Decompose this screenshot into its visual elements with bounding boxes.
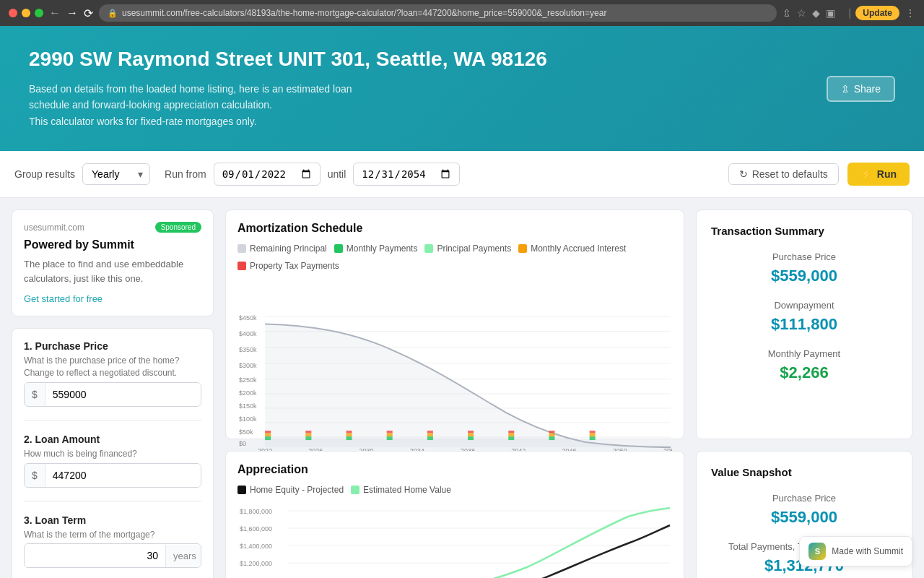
monthly-payment-summary-value: $2,266 [711, 363, 897, 382]
purchase-price-prefix: $ [25, 383, 45, 406]
back-button[interactable]: ← [49, 7, 61, 20]
star-icon[interactable]: ☆ [797, 7, 806, 19]
browser-nav: ← → ⟳ [49, 7, 93, 20]
svg-rect-31 [427, 436, 433, 440]
run-from-input[interactable] [214, 163, 321, 186]
loan-amount-label: 2. Loan Amount [24, 434, 201, 445]
lock-icon: 🔒 [108, 9, 118, 18]
get-started-link[interactable]: Get started for free [24, 293, 103, 304]
browser-actions: ⇫ ☆ ◆ ▣ ⎹ Update ⋮ [783, 6, 915, 20]
svg-rect-33 [427, 431, 433, 433]
reset-button[interactable]: ↻ Reset to defaults [728, 163, 839, 185]
property-tax-label: Property Tax Payments [250, 261, 339, 271]
amortization-chart-card: Amortization Schedule Remaining Principa… [225, 210, 684, 439]
run-label: Run [877, 168, 897, 180]
controls-bar: Group results Yearly Monthly Run from un… [0, 151, 924, 198]
svg-rect-26 [346, 433, 352, 436]
svg-rect-34 [468, 436, 474, 440]
svg-rect-45 [590, 431, 596, 433]
sponsored-badge: Sponsored [155, 222, 201, 233]
svg-rect-43 [590, 436, 596, 440]
made-with-summit: S Made with Summit [799, 536, 912, 566]
property-title: 2990 SW Raymond Street UNIT 301, Seattle… [29, 48, 547, 71]
property-tax-dot [237, 262, 246, 270]
loan-amount-desc: How much is being financed? [24, 448, 201, 460]
reset-label: Reset to defaults [752, 168, 828, 180]
purchase-price-field: 1. Purchase Price What is the purchase p… [24, 340, 201, 407]
loan-term-desc: What is the term of the mortgage? [24, 529, 201, 541]
extension-icon[interactable]: ◆ [812, 7, 820, 19]
svg-rect-23 [305, 433, 311, 436]
appreciation-legend: Home Equity - Projected Estimated Home V… [237, 485, 672, 495]
maximize-dot[interactable] [35, 9, 43, 17]
summit-icon: S [808, 543, 826, 560]
top-row: Amortization Schedule Remaining Principa… [225, 210, 912, 439]
hero-banner: 2990 SW Raymond Street UNIT 301, Seattle… [0, 26, 924, 151]
close-dot[interactable] [9, 9, 17, 17]
svg-rect-30 [387, 431, 393, 433]
until-input[interactable] [353, 163, 460, 186]
svg-text:$200k: $200k [239, 389, 257, 397]
svg-text:$1,600,000: $1,600,000 [240, 525, 272, 532]
svg-rect-32 [427, 433, 433, 436]
sidebar: usesummit.com Sponsored Powered by Summi… [12, 210, 214, 578]
remaining-principal-label: Remaining Principal [250, 243, 327, 254]
sponsored-header: usesummit.com Sponsored [24, 222, 201, 233]
group-results-select[interactable]: Yearly Monthly [82, 163, 150, 185]
form-card: 1. Purchase Price What is the purchase p… [12, 328, 214, 578]
vs-purchase-price: Purchase Price $559,000 [711, 493, 897, 527]
appreciation-chart-card: Appreciation Home Equity - Projected Est… [225, 451, 684, 578]
sidebar-browser-icon[interactable]: ⎹ [841, 7, 850, 20]
svg-text:$1,800,000: $1,800,000 [240, 508, 272, 515]
loan-amount-field: 2. Loan Amount How much is being finance… [24, 434, 201, 488]
minimize-dot[interactable] [22, 9, 30, 17]
reset-icon: ↻ [739, 168, 748, 180]
svg-rect-37 [508, 436, 514, 440]
svg-rect-42 [549, 431, 554, 433]
principal-payments-dot [424, 244, 433, 253]
svg-text:$450k: $450k [239, 314, 257, 322]
puzzle-icon[interactable]: ▣ [826, 7, 835, 19]
svg-rect-19 [265, 436, 271, 440]
svg-rect-44 [590, 433, 596, 436]
page: 2990 SW Raymond Street UNIT 301, Seattle… [0, 26, 924, 578]
svg-rect-21 [265, 431, 271, 433]
share-button[interactable]: ⇫ Share [827, 76, 895, 102]
monthly-payments-dot [334, 244, 343, 253]
address-bar[interactable]: 🔒 usesummit.com/free-calculators/48193a/… [99, 4, 777, 22]
group-results-control: Group results Yearly Monthly [14, 163, 150, 185]
run-button[interactable]: ⚡ Run [847, 163, 910, 186]
home-equity-label: Home Equity - Projected [250, 485, 344, 495]
transaction-summary-card: Transaction Summary Purchase Price $559,… [696, 210, 912, 439]
loan-term-field: 3. Loan Term What is the term of the mor… [24, 514, 201, 569]
purchase-price-desc: What is the purchase price of the home? … [24, 355, 201, 379]
svg-rect-24 [305, 431, 311, 433]
purchase-price-input-wrapper: $ [24, 382, 201, 407]
home-equity-dot [237, 486, 246, 494]
hero-desc-line1: Based on details from the loaded home li… [29, 83, 352, 95]
svg-rect-22 [305, 436, 311, 440]
loan-amount-input[interactable] [45, 464, 201, 487]
legend-property-tax: Property Tax Payments [237, 261, 339, 271]
sponsored-card: usesummit.com Sponsored Powered by Summi… [12, 210, 214, 316]
purchase-price-summary-value: $559,000 [711, 267, 897, 285]
date-range-control: Run from until [165, 163, 460, 186]
monthly-accrued-interest-dot [518, 244, 527, 253]
forward-button[interactable]: → [66, 7, 78, 20]
update-button[interactable]: Update [855, 6, 899, 20]
hero-description: Based on details from the loaded home li… [29, 81, 426, 129]
share-label: Share [854, 83, 881, 95]
share-browser-icon[interactable]: ⇫ [783, 7, 791, 19]
svg-text:$250k: $250k [239, 376, 257, 384]
divider-1 [24, 420, 201, 420]
purchase-price-input[interactable] [45, 383, 201, 406]
svg-rect-35 [468, 433, 474, 436]
svg-text:$50k: $50k [239, 428, 253, 436]
refresh-button[interactable]: ⟳ [84, 7, 93, 20]
menu-icon[interactable]: ⋮ [905, 7, 915, 19]
purchase-price-summary-label: Purchase Price [711, 251, 897, 262]
loan-term-input[interactable] [25, 544, 165, 567]
purchase-price-label: 1. Purchase Price [24, 340, 201, 352]
svg-text:$1,200,000: $1,200,000 [240, 560, 272, 567]
purchase-price-summary: Purchase Price $559,000 [711, 251, 897, 285]
